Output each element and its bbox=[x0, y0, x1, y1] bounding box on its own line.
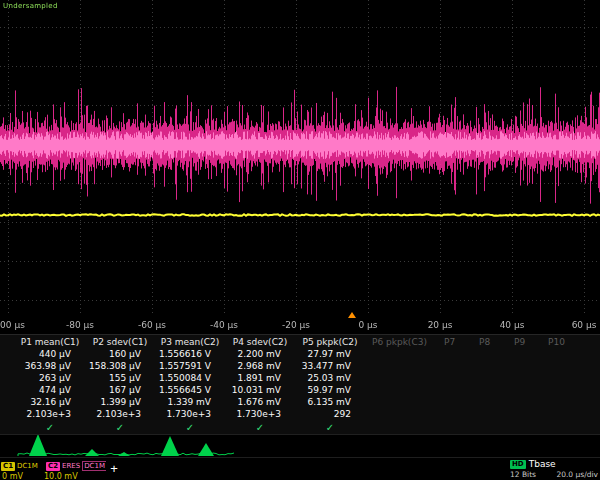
measure-value: 6.135 mV bbox=[295, 397, 365, 407]
hd-badge: HD bbox=[510, 460, 526, 469]
c1-chip: C1 bbox=[1, 462, 15, 471]
measure-value: 2.103e+3 bbox=[85, 409, 155, 419]
timebase-descriptor[interactable]: HD Tbase 12 Bits 20.0 µs/div bbox=[510, 459, 598, 479]
measure-value: 10.031 mV bbox=[225, 385, 295, 395]
time-axis: -100 µs-80 µs-60 µs-40 µs-20 µs0 µs20 µs… bbox=[0, 320, 600, 333]
measure-value: 1.676 mV bbox=[225, 397, 295, 407]
c1-vdiv: 10.0 mV bbox=[44, 472, 78, 480]
measure-value: 1.550084 V bbox=[155, 373, 225, 383]
measure-value: 158.308 µV bbox=[85, 361, 155, 371]
undersampled-warning: Undersampled bbox=[3, 2, 58, 10]
measure-value: 263 µV bbox=[15, 373, 85, 383]
measure-header-unused[interactable]: P9 bbox=[514, 337, 525, 347]
measure-value: 2.200 mV bbox=[225, 349, 295, 359]
timebase-label: Tbase bbox=[529, 459, 556, 469]
measure-value: 27.97 mV bbox=[295, 349, 365, 359]
measure-status-ok: ✓ bbox=[85, 422, 155, 433]
measure-value: 440 µV bbox=[15, 349, 85, 359]
time-tick-label: 40 µs bbox=[500, 320, 525, 330]
measure-status-ok: ✓ bbox=[155, 422, 225, 433]
measure-value: 1.399 µV bbox=[85, 397, 155, 407]
c2-chip: C2 bbox=[46, 462, 60, 471]
measure-value: 167 µV bbox=[85, 385, 155, 395]
measure-rows: 440 µV160 µV1.556616 V2.200 mV27.97 mV36… bbox=[0, 348, 600, 420]
measure-status-ok: ✓ bbox=[15, 422, 85, 433]
measure-row: 2.103e+32.103e+31.730e+31.730e+3292 bbox=[0, 408, 600, 420]
measure-value: 1.556616 V bbox=[155, 349, 225, 359]
c1-coupling: DC1M bbox=[17, 462, 38, 470]
c1-offset: 0 mV bbox=[2, 472, 23, 480]
measure-row: 363.98 µV158.308 µV1.557591 V2.968 mV33.… bbox=[0, 360, 600, 372]
measure-header-unused[interactable]: P10 bbox=[548, 337, 565, 347]
measure-value: 363.98 µV bbox=[15, 361, 85, 371]
timebase-line1: HD Tbase bbox=[510, 459, 598, 469]
measure-value: 32.16 µV bbox=[15, 397, 85, 407]
time-tick-label: 0 µs bbox=[358, 320, 377, 330]
measure-value: 1.730e+3 bbox=[155, 409, 225, 419]
measure-header[interactable]: P1 mean(C1) bbox=[15, 337, 85, 347]
time-tick-label: -20 µs bbox=[282, 320, 310, 330]
measure-row: 263 µV155 µV1.550084 V1.891 mV25.03 mV bbox=[0, 372, 600, 384]
trigger-position-marker[interactable] bbox=[348, 312, 356, 318]
time-tick-label: 60 µs bbox=[572, 320, 597, 330]
measure-value: 25.03 mV bbox=[295, 373, 365, 383]
measure-header[interactable]: P2 sdev(C1) bbox=[85, 337, 155, 347]
bottom-bar: C1 DC1M C2 ERES DC1M 0 mV 10.0 mV + HD T… bbox=[0, 457, 600, 480]
measure-status-ok: ✓ bbox=[295, 422, 365, 433]
measure-value: 160 µV bbox=[85, 349, 155, 359]
time-tick-label: -40 µs bbox=[210, 320, 238, 330]
time-tick-label: -100 µs bbox=[0, 320, 25, 330]
measure-header[interactable]: P4 sdev(C2) bbox=[225, 337, 295, 347]
measure-value: 2.968 mV bbox=[225, 361, 295, 371]
measure-row: 440 µV160 µV1.556616 V2.200 mV27.97 mV bbox=[0, 348, 600, 360]
measure-value: 59.97 mV bbox=[295, 385, 365, 395]
time-tick-label: -60 µs bbox=[138, 320, 166, 330]
c2-coupling: DC1M bbox=[82, 461, 107, 471]
measure-row: 474 µV167 µV1.556645 V10.031 mV59.97 mV bbox=[0, 384, 600, 396]
measurement-table: P1 mean(C1)P2 sdev(C1)P3 mean(C2)P4 sdev… bbox=[0, 334, 600, 435]
measure-value: 2.103e+3 bbox=[15, 409, 85, 419]
measure-header-unused[interactable]: P7 bbox=[444, 337, 455, 347]
measure-header-row: P1 mean(C1)P2 sdev(C1)P3 mean(C2)P4 sdev… bbox=[0, 335, 600, 348]
measure-header-unused[interactable]: P8 bbox=[479, 337, 490, 347]
c1-descriptor[interactable]: C1 DC1M bbox=[1, 460, 38, 472]
c2-descriptor[interactable]: C2 ERES DC1M bbox=[46, 460, 107, 472]
measure-value: 1.556645 V bbox=[155, 385, 225, 395]
measure-status-ok: ✓ bbox=[225, 422, 295, 433]
measure-header-unused[interactable]: P6 pkpk(C3) bbox=[372, 337, 427, 347]
measure-header[interactable]: P3 mean(C2) bbox=[155, 337, 225, 347]
measure-value: 1.891 mV bbox=[225, 373, 295, 383]
measure-row: 32.16 µV1.399 µV1.339 mV1.676 mV6.135 mV bbox=[0, 396, 600, 408]
measure-status-row: ✓✓✓✓✓ bbox=[0, 420, 600, 434]
measure-value: 1.557591 V bbox=[155, 361, 225, 371]
time-per-div: 20.0 µs/div bbox=[556, 470, 598, 479]
adc-bits: 12 Bits bbox=[510, 470, 536, 479]
measure-value: 474 µV bbox=[15, 385, 85, 395]
measure-value: 1.730e+3 bbox=[225, 409, 295, 419]
time-tick-label: 20 µs bbox=[428, 320, 453, 330]
measure-header[interactable]: P5 pkpk(C2) bbox=[295, 337, 365, 347]
measure-value: 155 µV bbox=[85, 373, 155, 383]
oscilloscope-screen: Undersampled -100 µs-80 µs-60 µs-40 µs-2… bbox=[0, 0, 600, 480]
add-trace-button[interactable]: + bbox=[106, 461, 122, 477]
time-tick-label: -80 µs bbox=[66, 320, 94, 330]
measure-value: 33.477 mV bbox=[295, 361, 365, 371]
measure-value: 1.339 mV bbox=[155, 397, 225, 407]
measure-value: 292 bbox=[295, 409, 365, 419]
timebase-line2: 12 Bits 20.0 µs/div bbox=[510, 470, 598, 479]
c2-processing: ERES bbox=[62, 462, 80, 470]
